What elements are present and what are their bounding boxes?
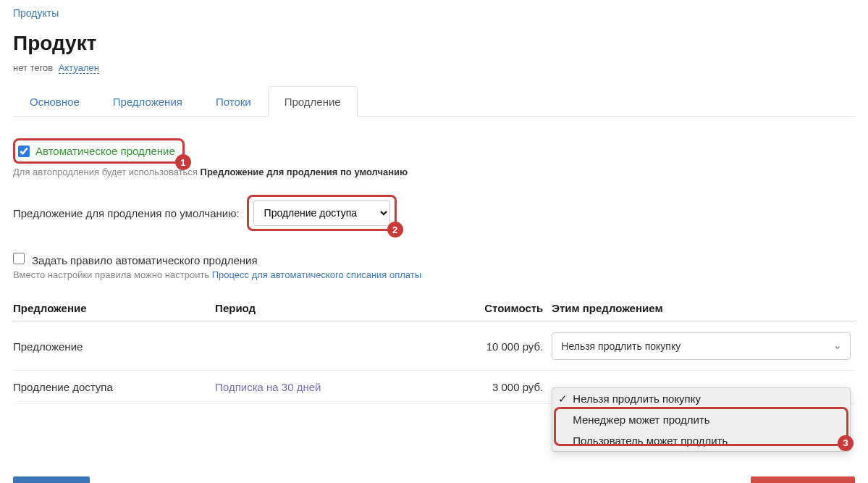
- row-action-select[interactable]: Нельзя продлить покупку: [552, 332, 851, 360]
- tabs: Основное Предложения Потоки Продление: [13, 86, 855, 117]
- auto-renewal-hint: Для автопродления будет использоваться П…: [13, 167, 855, 177]
- th-period: Период: [215, 295, 468, 322]
- period-link[interactable]: Подписка на 30 дней: [215, 381, 321, 393]
- save-button[interactable]: Сохранить: [13, 476, 90, 484]
- dropdown-option-1[interactable]: Нельзя продлить покупку: [552, 388, 850, 409]
- cell-period: Подписка на 30 дней: [215, 371, 468, 404]
- tab-renewal[interactable]: Продление: [268, 86, 358, 117]
- auto-renewal-checkbox[interactable]: [18, 146, 30, 157]
- th-action: Этим предложением: [552, 295, 855, 322]
- action-dropdown-panel: Нельзя продлить покупку Менеджер может п…: [552, 387, 851, 452]
- cell-cost: 10 000 руб.: [468, 322, 552, 371]
- table-row: Предложение 10 000 руб. Нельзя продлить …: [13, 322, 855, 371]
- th-cost: Стоимость: [468, 295, 552, 322]
- offers-table: Предложение Период Стоимость Этим предло…: [13, 295, 855, 448]
- default-offer-label: Предложение для продления по умолчанию:: [13, 207, 240, 219]
- auto-renewal-label: Автоматическое продление: [35, 145, 175, 157]
- tab-streams[interactable]: Потоки: [199, 86, 268, 117]
- footer: Сохранить или вернуться к списку Удалить…: [13, 476, 855, 484]
- rule-hint: Вместо настройки правила можно настроить…: [13, 269, 855, 280]
- table-row: Продление доступа Подписка на 30 дней 3 …: [13, 371, 855, 404]
- dropdown-option-2[interactable]: Менеджер может продлить: [552, 409, 850, 430]
- cell-offer: Предложение: [13, 322, 215, 371]
- annotation-box-2: Продление доступа 2: [247, 195, 397, 231]
- default-offer-select[interactable]: Продление доступа: [253, 200, 390, 226]
- cell-action: Нельзя продлить покупку Менеджер может п…: [552, 371, 855, 404]
- no-tags-label: нет тегов: [13, 62, 53, 73]
- annotation-badge-1: 1: [175, 154, 191, 170]
- tab-main[interactable]: Основное: [13, 86, 96, 117]
- breadcrumb: Продукты: [13, 7, 855, 19]
- tags-row: нет тегов Актуален: [13, 62, 855, 73]
- rule-process-link[interactable]: Процесс для автоматического списания опл…: [212, 269, 421, 280]
- delete-product-button[interactable]: Удалить продукт: [751, 476, 855, 484]
- page-title: Продукт: [13, 32, 855, 55]
- th-offer: Предложение: [13, 295, 215, 322]
- breadcrumb-products-link[interactable]: Продукты: [13, 7, 59, 19]
- cell-action: Нельзя продлить покупку: [552, 322, 855, 371]
- cell-cost: 3 000 руб.: [468, 371, 552, 404]
- cell-offer: Продление доступа: [13, 371, 215, 404]
- cell-period: [215, 322, 468, 371]
- tab-offers[interactable]: Предложения: [96, 86, 199, 117]
- annotation-box-1: Автоматическое продление 1: [13, 138, 185, 164]
- annotation-badge-2: 2: [387, 222, 403, 238]
- rule-checkbox[interactable]: [13, 253, 25, 264]
- actual-link[interactable]: Актуален: [59, 62, 99, 74]
- rule-label: Задать правило автоматического продления: [32, 254, 258, 266]
- dropdown-option-3[interactable]: Пользователь может продлить: [552, 430, 850, 451]
